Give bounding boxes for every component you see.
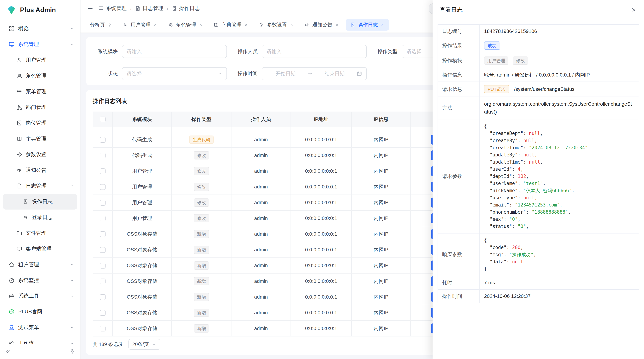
cell-select	[93, 163, 112, 179]
sidebar: Plus Admin 概览 系统管理 用户管理 角色管理	[0, 0, 80, 359]
gear-icon	[16, 152, 22, 157]
tab-user-management[interactable]: 用户管理	[118, 19, 162, 30]
row-checkbox[interactable]	[100, 263, 106, 269]
request-params-json[interactable]: { "createDept": null, "createBy": null, …	[484, 123, 634, 230]
sidebar-item-dept-management[interactable]: 部门管理	[0, 99, 80, 115]
sidebar-item-notice[interactable]: 通知公告	[0, 162, 80, 178]
cell-operator: admin	[231, 226, 291, 242]
cell-select	[93, 210, 112, 226]
breadcrumb-item-log[interactable]: 日志管理	[135, 5, 163, 12]
cell-system-module: OSS对象存储	[112, 258, 172, 273]
collapse-sidebar-icon[interactable]	[5, 349, 11, 355]
row-checkbox[interactable]	[100, 231, 106, 237]
sidebar-item-login-log[interactable]: 登录日志	[0, 210, 80, 225]
sidebar-item-operation-log[interactable]: 操作日志	[3, 194, 77, 210]
cell-ip-address: 0:0:0:0:0:0:0:1	[291, 321, 352, 336]
sidebar-item-tenant-management[interactable]: 租户管理	[0, 257, 80, 273]
field-label: 响应参数	[438, 233, 480, 276]
column-system-module: 系统模块	[112, 112, 172, 127]
row-checkbox[interactable]	[100, 137, 106, 143]
tab-dict-management[interactable]: 字典管理	[209, 19, 252, 30]
cell-select	[93, 147, 112, 163]
column-ip-info: IP信息	[352, 112, 410, 127]
cell-system-module: 用户管理	[112, 210, 172, 226]
sidebar-item-log-management[interactable]: 日志管理	[0, 178, 80, 194]
cell-operation-type: 修改	[172, 179, 231, 195]
chevron-up-icon	[70, 42, 74, 47]
chevron-down-icon	[70, 294, 74, 298]
hamburger-menu-icon[interactable]	[87, 5, 94, 12]
row-checkbox[interactable]	[100, 200, 106, 206]
system-module-input[interactable]	[122, 45, 227, 58]
field-label: 操作信息	[438, 68, 480, 82]
select-all-checkbox[interactable]	[100, 117, 106, 122]
sidebar-item-post-management[interactable]: 岗位管理	[0, 115, 80, 131]
sidebar-item-system-monitor[interactable]: 系统监控	[0, 273, 80, 288]
cell-operator: admin	[231, 242, 291, 258]
cell-system-module: OSS对象存储	[112, 242, 172, 258]
sidebar-item-overview[interactable]: 概览	[0, 21, 80, 36]
close-icon[interactable]	[380, 23, 384, 27]
sidebar-item-param-settings[interactable]: 参数设置	[0, 147, 80, 162]
breadcrumb-item-operation-log[interactable]: 操作日志	[172, 5, 200, 12]
tab-role-management[interactable]: 角色管理	[164, 19, 207, 30]
row-checkbox[interactable]	[100, 294, 106, 300]
operator-input[interactable]	[262, 45, 367, 58]
operation-type-tag: 修改	[194, 198, 209, 207]
sidebar-item-system-management[interactable]: 系统管理	[0, 36, 80, 52]
roles-icon	[168, 22, 174, 27]
tab-operation-log[interactable]: 操作日志	[346, 19, 389, 30]
page-size-select[interactable]: 20条/页	[128, 339, 160, 350]
row-checkbox[interactable]	[100, 326, 106, 332]
breadcrumb-item-system[interactable]: 系统管理	[98, 5, 127, 12]
row-checkbox[interactable]	[100, 153, 106, 158]
sidebar-item-plus-website[interactable]: PLUS官网	[0, 304, 80, 320]
sidebar-item-workflow[interactable]: 工作流	[0, 336, 80, 344]
row-checkbox[interactable]	[100, 184, 106, 190]
sidebar-pin-icon[interactable]	[70, 349, 75, 355]
close-icon[interactable]	[631, 7, 637, 13]
field-label: 请求信息	[438, 82, 480, 97]
breadcrumb-separator: ›	[166, 5, 168, 12]
response-params-cell: { "code": 200, "msg": "操作成功", "data": nu…	[480, 233, 639, 276]
cell-select	[93, 226, 112, 242]
row-checkbox[interactable]	[100, 247, 106, 253]
sidebar-item-system-tools[interactable]: 系统工具	[0, 288, 80, 304]
sidebar-item-dict-management[interactable]: 字典管理	[0, 131, 80, 147]
tab-param-settings[interactable]: 参数设置	[255, 19, 298, 30]
field-label: 耗时	[438, 276, 480, 290]
result-value: 成功	[480, 38, 639, 53]
row-checkbox[interactable]	[100, 168, 106, 174]
close-icon[interactable]	[290, 23, 294, 27]
tab-notice[interactable]: 通知公告	[300, 19, 344, 30]
cell-select	[93, 289, 112, 305]
row-checkbox[interactable]	[100, 310, 106, 316]
sidebar-item-client-management[interactable]: 客户端管理	[0, 241, 80, 257]
duration-value: 7 ms	[480, 276, 639, 290]
cell-select	[93, 195, 112, 210]
close-icon[interactable]	[244, 23, 248, 27]
operation-time-range[interactable]: 开始日期 结束日期	[262, 67, 367, 80]
close-icon[interactable]	[335, 23, 339, 27]
row-checkbox[interactable]	[100, 279, 106, 284]
log-detail-drawer: 查看日志 日志编号 1842781986426159106 操作结果 成功 操作…	[432, 0, 644, 359]
tab-analysis[interactable]: 分析页	[86, 19, 116, 30]
cell-operator: admin	[231, 163, 291, 179]
sidebar-item-menu-management[interactable]: 菜单管理	[0, 84, 80, 99]
pin-icon[interactable]	[107, 22, 112, 27]
sidebar-footer	[0, 344, 80, 359]
cell-ip-info: 内网IP	[352, 305, 410, 321]
status-select[interactable]: 请选择	[122, 67, 227, 80]
row-checkbox[interactable]	[100, 216, 106, 221]
close-icon[interactable]	[198, 23, 203, 27]
megaphone-icon	[16, 167, 22, 173]
sidebar-item-user-management[interactable]: 用户管理	[0, 52, 80, 68]
cell-operation-type: 新增	[172, 242, 231, 258]
close-icon[interactable]	[153, 23, 158, 27]
logo-icon	[6, 5, 16, 15]
sidebar-item-file-management[interactable]: 文件管理	[0, 225, 80, 241]
sidebar-item-test-menu[interactable]: 测试菜单	[0, 320, 80, 336]
client-monitor-icon	[16, 246, 22, 252]
sidebar-item-role-management[interactable]: 角色管理	[0, 68, 80, 84]
field-label: 操作结果	[438, 38, 480, 53]
